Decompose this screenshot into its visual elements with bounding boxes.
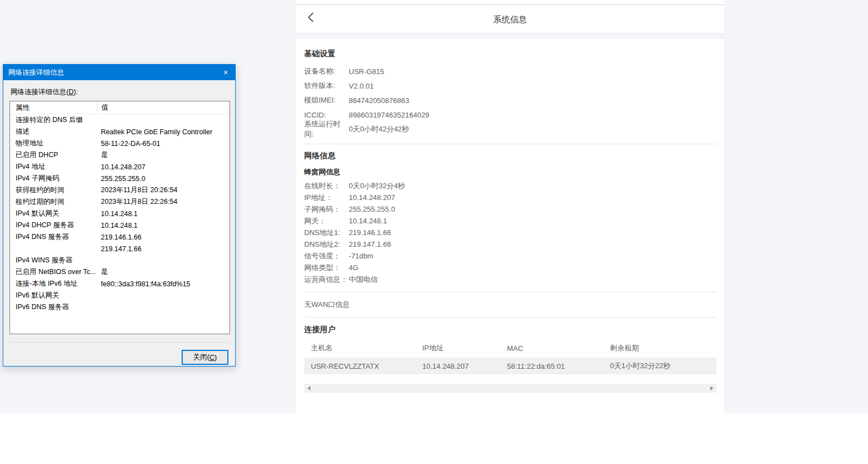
column-header-hostname: 主机名 xyxy=(311,343,422,353)
list-row[interactable]: 219.147.1.66 xyxy=(10,243,230,255)
property-cell: 已启用 NetBIOS over Tc... xyxy=(10,266,97,278)
label-access-key: D xyxy=(69,88,74,96)
scroll-left-icon[interactable] xyxy=(308,386,310,390)
info-row: 设备名称: USR-G815 xyxy=(304,64,716,79)
list-row[interactable]: IPv6 DNS 服务器 xyxy=(10,301,230,313)
scroll-right-icon[interactable] xyxy=(710,386,713,390)
list-row[interactable]: 物理地址 58-11-22-DA-65-01 xyxy=(10,138,230,149)
button-access-key: C xyxy=(209,354,214,362)
list-row[interactable]: 获得租约的时间 2023年11月8日 20:26:54 xyxy=(10,184,230,196)
details-listbox[interactable]: 属性 值 连接特定的 DNS 后缀 描述 Realtek PCIe GbE Fa… xyxy=(9,101,230,334)
property-cell: 连接-本地 IPv6 地址 xyxy=(10,278,97,290)
info-label: 网关： xyxy=(304,216,349,226)
list-row[interactable]: 已启用 NetBIOS over Tc... 是 xyxy=(10,266,230,278)
info-row: 运营商信息： 中国电信 xyxy=(304,273,716,285)
info-row: 信号强度： -71dbm xyxy=(304,250,716,262)
page-title: 系统信息 xyxy=(296,5,724,34)
info-row: 子网掩码： 255.255.255.0 xyxy=(304,203,716,215)
info-row: ICCID: 89860319746352164029 xyxy=(304,108,716,122)
button-text: ) xyxy=(214,354,217,362)
network-details-dialog: 网络连接详细信息 × 网络连接详细信息(D): 属性 值 连接特定的 DNS 后… xyxy=(3,64,236,367)
property-cell: IPv4 地址 xyxy=(10,161,97,173)
close-icon[interactable]: × xyxy=(216,65,235,80)
section-divider xyxy=(304,317,716,318)
panel-header: 系统信息 xyxy=(296,0,724,34)
list-row[interactable]: IPv4 地址 10.14.248.207 xyxy=(10,161,230,173)
value-cell: 10.14.248.207 xyxy=(97,161,230,173)
column-header-mac: MAC xyxy=(507,344,610,353)
info-row: DNS地址2: 219.147.1.66 xyxy=(304,238,716,250)
info-label: 子网掩码： xyxy=(304,204,349,214)
chevron-left-icon xyxy=(307,12,315,25)
info-value: 4G xyxy=(349,263,358,272)
list-row[interactable]: IPv4 子网掩码 255.255.255.0 xyxy=(10,173,230,184)
system-info-panel: 系统信息 基础设置 设备名称: USR-G815 软件版本: V2.0.01 模… xyxy=(296,0,724,413)
column-header-lease: 剩余租期 xyxy=(610,343,716,353)
list-row[interactable]: IPv4 WINS 服务器 xyxy=(10,255,230,266)
info-row: IP地址： 10.14.248.207 xyxy=(304,192,716,203)
cell-lease: 0天1小时32分22秒 xyxy=(610,361,716,371)
list-row[interactable]: 已启用 DHCP 是 xyxy=(10,149,230,161)
cell-hostname: USR-RECVLZZTATX xyxy=(311,362,422,370)
value-cell xyxy=(97,255,230,266)
info-label: DNS地址1: xyxy=(304,228,349,238)
label-text: 网络连接详细信息( xyxy=(11,88,69,96)
info-row: 系统运行时间: 0天0小时42分42秒 xyxy=(304,122,716,136)
listbox-header: 属性 值 xyxy=(10,101,230,114)
info-label: ICCID: xyxy=(304,111,349,119)
network-info-list: 在线时长： 0天0小时32分4秒 IP地址： 10.14.248.207 子网掩… xyxy=(304,180,716,285)
dialog-title: 网络连接详细信息 xyxy=(8,68,64,77)
list-row[interactable]: IPv6 默认网关 xyxy=(10,290,230,301)
horizontal-scrollbar[interactable] xyxy=(304,384,716,393)
connected-users-heading: 连接用户 xyxy=(304,325,716,333)
basic-settings-heading: 基础设置 xyxy=(304,39,716,57)
property-cell: IPv4 WINS 服务器 xyxy=(10,255,97,266)
info-row: 软件版本: V2.0.01 xyxy=(304,79,716,93)
info-row: 网络类型： 4G xyxy=(304,262,716,273)
info-label: 模组IMEI: xyxy=(304,95,349,105)
property-cell: IPv6 DNS 服务器 xyxy=(10,301,97,313)
info-label: 在线时长： xyxy=(304,181,349,191)
list-row[interactable]: IPv4 DNS 服务器 219.146.1.66 xyxy=(10,231,230,243)
button-area-divider xyxy=(9,342,230,343)
cell-ip: 10.14.248.207 xyxy=(422,362,507,370)
property-cell: 连接特定的 DNS 后缀 xyxy=(10,114,97,126)
value-cell xyxy=(97,114,230,126)
info-row: 在线时长： 0天0小时32分4秒 xyxy=(304,180,716,192)
column-header-value: 值 xyxy=(97,101,230,114)
property-cell: 描述 xyxy=(10,126,97,138)
wan-info-notice: 无WAN口信息 xyxy=(304,292,716,317)
property-cell: IPv4 DNS 服务器 xyxy=(10,231,97,243)
close-button[interactable]: 关闭(C) xyxy=(182,350,228,365)
property-cell: IPv4 子网掩码 xyxy=(10,173,97,184)
list-row[interactable]: 租约过期的时间 2023年11月8日 22:26:54 xyxy=(10,196,230,208)
value-cell: 10.14.248.1 xyxy=(97,208,230,219)
value-cell: 2023年11月8日 22:26:54 xyxy=(97,196,230,208)
property-cell xyxy=(10,243,97,255)
value-cell: 219.146.1.66 xyxy=(97,231,230,243)
list-row[interactable]: IPv4 DHCP 服务器 10.14.248.1 xyxy=(10,219,230,231)
info-label: DNS地址2: xyxy=(304,240,349,250)
details-list-label: 网络连接详细信息(D): xyxy=(11,87,78,97)
value-cell: Realtek PCIe GbE Family Controller xyxy=(97,126,230,138)
dialog-titlebar[interactable]: 网络连接详细信息 × xyxy=(3,65,235,80)
info-value: 255.255.255.0 xyxy=(349,205,395,213)
list-row[interactable]: 连接-本地 IPv6 地址 fe80::3da3:f981:f4a:63fd%1… xyxy=(10,278,230,290)
network-info-heading: 网络信息 xyxy=(304,152,716,159)
property-cell: 已启用 DHCP xyxy=(10,149,97,161)
info-label: 运营商信息： xyxy=(304,275,349,285)
list-row[interactable]: IPv4 默认网关 10.14.248.1 xyxy=(10,208,230,219)
basic-settings-list: 设备名称: USR-G815 软件版本: V2.0.01 模组IMEI: 864… xyxy=(304,64,716,136)
value-cell: 是 xyxy=(97,266,230,278)
value-cell: 10.14.248.1 xyxy=(97,219,230,231)
value-cell xyxy=(97,301,230,313)
back-button[interactable] xyxy=(307,11,321,26)
value-cell: 2023年11月8日 20:26:54 xyxy=(97,184,230,196)
property-cell: 租约过期的时间 xyxy=(10,196,97,208)
info-value: 0天0小时32分4秒 xyxy=(349,181,405,191)
list-row[interactable]: 连接特定的 DNS 后缀 xyxy=(10,114,230,126)
value-cell xyxy=(97,290,230,301)
list-row[interactable]: 描述 Realtek PCIe GbE Family Controller xyxy=(10,126,230,138)
label-text: ): xyxy=(74,88,78,96)
info-value: 219.147.1.66 xyxy=(349,240,391,248)
